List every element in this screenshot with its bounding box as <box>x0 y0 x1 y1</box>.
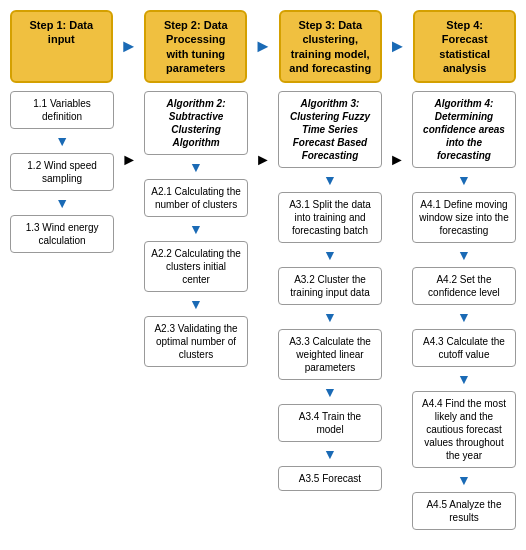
box-b1_1: 1.1 Variables definition <box>10 91 114 129</box>
arrow-down-col4-3: ▼ <box>412 310 516 324</box>
column-4: Algorithm 4: Determining confidence area… <box>412 91 516 530</box>
step2-label: Step 2: Data Processing with tuning para… <box>164 19 228 74</box>
arrow-down-col4-4: ▼ <box>412 372 516 386</box>
arrow-down-col2-3: ▼ <box>144 297 248 311</box>
arrow-down-col4-1: ▼ <box>412 173 516 187</box>
step1-label: Step 1: Data input <box>30 19 94 45</box>
box-b3_1: A3.1 Split the data into training and fo… <box>278 192 382 243</box>
step1-header: Step 1: Data input <box>10 10 113 83</box>
box-b3_2: A3.2 Cluster the training input data <box>278 267 382 305</box>
col-arrow-1: ► <box>120 91 138 169</box>
box-b4_3: A4.3 Calculate the cutoff value <box>412 329 516 367</box>
box-b2_1: A2.1 Calculating the number of clusters <box>144 179 248 217</box>
arrow-down-col3-2: ▼ <box>278 248 382 262</box>
box-b4_5: A4.5 Analyze the results <box>412 492 516 530</box>
col-arrow-2: ► <box>254 91 272 169</box>
box-b1_3: 1.3 Wind energy calculation <box>10 215 114 253</box>
box-b4_2: A4.2 Set the confidence level <box>412 267 516 305</box>
column-3: Algorithm 3: Clustering Fuzzy Time Serie… <box>278 91 382 491</box>
arrow-down-col4-5: ▼ <box>412 473 516 487</box>
step2-header: Step 2: Data Processing with tuning para… <box>144 10 247 83</box>
arrow-down-col3-5: ▼ <box>278 447 382 461</box>
step4-header: Step 4: Forecast statistical analysis <box>413 10 516 83</box>
box-b4_1: A4.1 Define moving window size into the … <box>412 192 516 243</box>
column-2: Algorithm 2: Subtractive Clustering Algo… <box>144 91 248 367</box>
box-b4_4: A4.4 Find the most likely and the cautio… <box>412 391 516 468</box>
arrow-down-col3-3: ▼ <box>278 310 382 324</box>
arrow-down-col1-1: ▼ <box>10 134 114 148</box>
arrow-down-col2-2: ▼ <box>144 222 248 236</box>
box-b3_4: A3.4 Train the model <box>278 404 382 442</box>
flowchart: Step 1: Data input ► Step 2: Data Proces… <box>10 10 516 530</box>
arrow-down-col4-2: ▼ <box>412 248 516 262</box>
step3-header: Step 3: Data clustering, training model,… <box>279 10 382 83</box>
steps-row: Step 1: Data input ► Step 2: Data Proces… <box>10 10 516 83</box>
arrow-down-col3-4: ▼ <box>278 385 382 399</box>
box-b2_2: A2.2 Calculating the clusters initial ce… <box>144 241 248 292</box>
box-b3_0: Algorithm 3: Clustering Fuzzy Time Serie… <box>278 91 382 168</box>
box-b2_0: Algorithm 2: Subtractive Clustering Algo… <box>144 91 248 155</box>
box-b1_2: 1.2 Wind speed sampling <box>10 153 114 191</box>
col-arrow-3: ► <box>388 91 406 169</box>
box-b4_0: Algorithm 4: Determining confidence area… <box>412 91 516 168</box>
arrow1: ► <box>119 10 139 83</box>
arrow3: ► <box>388 10 408 83</box>
box-b2_3: A2.3 Validating the optimal number of cl… <box>144 316 248 367</box>
arrow-down-col2-1: ▼ <box>144 160 248 174</box>
step4-label: Step 4: Forecast statistical analysis <box>439 19 490 74</box>
arrow-down-col3-1: ▼ <box>278 173 382 187</box>
step3-label: Step 3: Data clustering, training model,… <box>289 19 371 74</box>
box-b3_5: A3.5 Forecast <box>278 466 382 491</box>
column-1: 1.1 Variables definition▼1.2 Wind speed … <box>10 91 114 253</box>
arrow2: ► <box>253 10 273 83</box>
box-b3_3: A3.3 Calculate the weighted linear param… <box>278 329 382 380</box>
content-row: 1.1 Variables definition▼1.2 Wind speed … <box>10 91 516 530</box>
arrow-down-col1-2: ▼ <box>10 196 114 210</box>
